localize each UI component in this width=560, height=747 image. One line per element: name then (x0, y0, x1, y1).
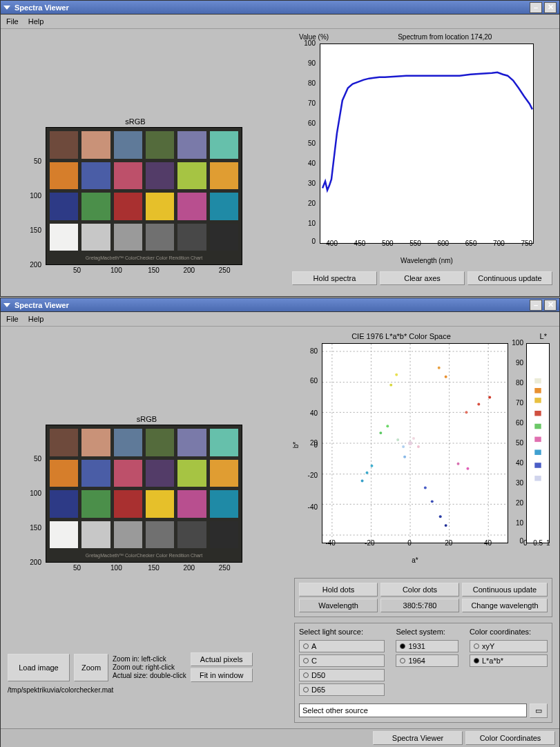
menu-help[interactable]: Help (28, 17, 44, 26)
other-source-open-button[interactable]: ▭ (530, 704, 548, 718)
content-top: sRGB GretagMacbeth™ ColorChecker Color R… (1, 29, 559, 291)
coords-Lab[interactable]: L*a*b* (470, 654, 548, 667)
color-swatch[interactable] (177, 521, 206, 549)
hold-spectra-button[interactable]: Hold spectra (292, 271, 377, 285)
load-image-button[interactable]: Load image (8, 654, 70, 681)
colorchecker-image[interactable]: GretagMacbeth™ ColorChecker Color Rendit… (46, 425, 242, 563)
color-swatch[interactable] (114, 521, 142, 549)
color-swatch[interactable] (50, 429, 78, 456)
color-swatch[interactable] (177, 193, 206, 220)
color-swatch[interactable] (81, 193, 110, 220)
color-swatch[interactable] (177, 490, 206, 518)
svg-point-34 (412, 437, 415, 440)
hold-dots-button[interactable]: Hold dots (299, 583, 378, 596)
color-swatch[interactable] (210, 131, 238, 159)
svg-point-27 (477, 402, 480, 405)
color-swatch[interactable] (177, 224, 206, 251)
color-swatch[interactable] (114, 429, 142, 456)
color-swatch[interactable] (177, 460, 206, 487)
colorchecker-image[interactable]: GretagMacbeth™ ColorChecker Color Rendit… (46, 127, 242, 265)
continuous-update-button-2[interactable]: Continuous update (462, 583, 548, 596)
srgb-title: sRGB (8, 415, 286, 423)
svg-point-17 (438, 367, 441, 369)
color-swatch[interactable] (50, 490, 78, 518)
clear-axes-button[interactable]: Clear axes (380, 271, 465, 285)
spectra-viewer-window-bottom: Spectra Viewer – ✕ File Help sRGB Gretag… (0, 298, 560, 747)
color-swatch[interactable] (114, 224, 142, 251)
svg-rect-43 (534, 476, 541, 481)
color-swatch[interactable] (81, 131, 110, 159)
color-swatch[interactable] (210, 429, 238, 456)
source-A[interactable]: A (299, 640, 385, 652)
color-swatch[interactable] (50, 460, 78, 487)
status-spectra-button[interactable]: Spectra Viewer (373, 731, 463, 745)
color-swatch[interactable] (210, 193, 238, 220)
color-swatch[interactable] (146, 131, 174, 159)
color-swatch[interactable] (81, 224, 110, 251)
actual-pixels-button[interactable]: Actual pixels (191, 652, 253, 666)
color-swatch[interactable] (146, 224, 174, 251)
color-swatch[interactable] (177, 429, 206, 456)
other-source-input[interactable] (299, 704, 527, 717)
close-button[interactable]: ✕ (544, 2, 557, 13)
color-swatch[interactable] (146, 429, 174, 456)
svg-point-21 (370, 465, 373, 467)
color-swatch[interactable] (114, 193, 142, 220)
fit-in-window-button[interactable]: Fit in window (191, 668, 253, 682)
color-swatch[interactable] (81, 429, 110, 456)
svg-point-31 (457, 463, 460, 465)
minimize-button[interactable]: – (530, 300, 542, 311)
expand-down-icon (3, 6, 10, 10)
color-swatch[interactable] (114, 162, 142, 190)
svg-point-14 (417, 445, 420, 448)
continuous-update-button[interactable]: Continuous update (467, 271, 552, 285)
color-swatch[interactable] (50, 193, 78, 220)
color-swatch[interactable] (146, 490, 174, 518)
color-swatch[interactable] (50, 162, 78, 190)
spectrum-chart[interactable] (320, 43, 534, 244)
menu-help[interactable]: Help (28, 315, 44, 323)
zoom-button[interactable]: Zoom (74, 654, 108, 681)
color-swatch[interactable] (114, 490, 142, 518)
color-swatch[interactable] (210, 460, 238, 487)
color-swatch[interactable] (146, 162, 174, 190)
color-swatch[interactable] (146, 193, 174, 220)
srgb-title: sRGB (8, 117, 263, 126)
source-D50[interactable]: D50 (299, 669, 385, 681)
minimize-button[interactable]: – (530, 2, 542, 13)
color-swatch[interactable] (210, 224, 238, 251)
color-swatch[interactable] (210, 490, 238, 518)
color-swatch[interactable] (146, 521, 174, 549)
source-D65[interactable]: D65 (299, 683, 385, 696)
coords-xyY[interactable]: xyY (470, 640, 548, 652)
svg-point-26 (465, 411, 467, 414)
color-swatch[interactable] (210, 162, 238, 190)
svg-point-12 (408, 441, 412, 445)
color-swatch[interactable] (50, 224, 78, 251)
color-swatch[interactable] (177, 131, 206, 159)
close-button[interactable]: ✕ (544, 300, 557, 311)
titlebar[interactable]: Spectra Viewer – ✕ (1, 298, 559, 312)
change-wavelength-button[interactable]: Change wavelength (462, 599, 548, 612)
lab-chart[interactable] (322, 343, 508, 543)
color-swatch[interactable] (50, 131, 78, 159)
source-C[interactable]: C (299, 654, 385, 667)
color-swatch[interactable] (114, 131, 142, 159)
status-color-coord-button[interactable]: Color Coordinates (465, 731, 555, 745)
system-1964[interactable]: 1964 (396, 654, 458, 667)
color-swatch[interactable] (81, 460, 110, 487)
color-swatch[interactable] (81, 521, 110, 549)
color-swatch[interactable] (50, 521, 78, 549)
menu-file[interactable]: File (6, 17, 19, 26)
system-1931[interactable]: 1931 (396, 640, 458, 652)
color-swatch[interactable] (81, 490, 110, 518)
L-strip-chart[interactable] (526, 343, 550, 543)
color-swatch[interactable] (177, 162, 206, 190)
color-dots-button[interactable]: Color dots (380, 583, 459, 596)
menu-file[interactable]: File (6, 315, 19, 323)
color-swatch[interactable] (146, 460, 174, 487)
titlebar[interactable]: Spectra Viewer – ✕ (1, 1, 559, 14)
color-swatch[interactable] (210, 521, 238, 549)
color-swatch[interactable] (114, 460, 142, 487)
color-swatch[interactable] (81, 162, 110, 190)
